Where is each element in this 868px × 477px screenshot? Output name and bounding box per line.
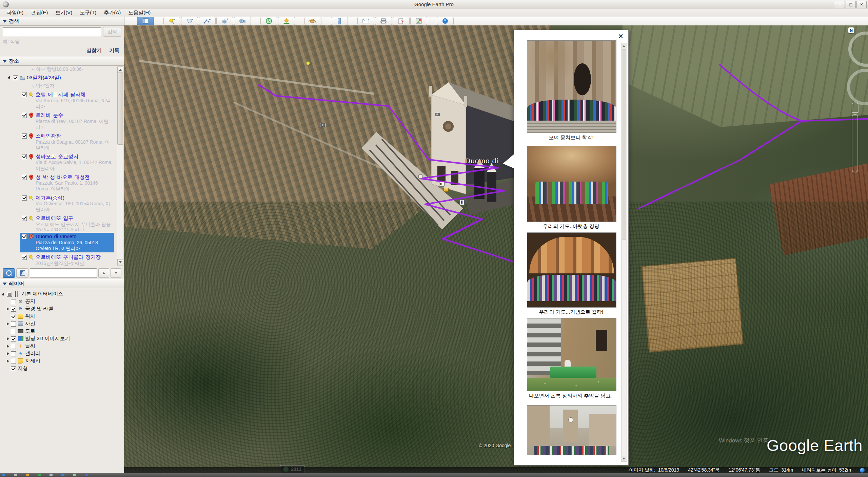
layer-checkbox[interactable] [11, 322, 16, 327]
layer-checkbox[interactable] [11, 314, 16, 319]
place-item[interactable]: 성 밖 성 바오로 대성전Piazzale San Paolo, 1, 0014… [20, 173, 114, 193]
search-input[interactable] [3, 27, 101, 36]
expand-right-icon[interactable] [7, 337, 9, 340]
layer-item[interactable]: ⚑ 국경 및 라벨 [7, 306, 124, 312]
scroll-up-icon[interactable] [117, 67, 123, 73]
popup-photo-green-bench[interactable] [527, 318, 616, 391]
layer-checkbox[interactable] [11, 329, 16, 334]
scrollbar-thumb[interactable] [117, 73, 123, 145]
menu-file[interactable]: 파일(F) [3, 9, 27, 17]
place-item[interactable]: 스페인광장Piazza di Spagna, 00187 Roma, 이탈리아 [20, 132, 114, 152]
places-folder-day3[interactable]: 03일차(4/23일) [7, 74, 100, 82]
place-checkbox[interactable] [22, 92, 27, 97]
expand-right-icon[interactable] [7, 307, 9, 311]
record-tour-button[interactable] [234, 17, 251, 25]
layers-root-checkbox[interactable] [7, 292, 12, 297]
expand-right-icon[interactable] [7, 359, 9, 363]
places-prev-button[interactable] [98, 268, 109, 278]
view-in-maps-button[interactable] [410, 17, 427, 25]
tree-expand-icon[interactable] [7, 76, 11, 80]
scroll-down-icon[interactable] [117, 259, 123, 265]
layers-tree[interactable]: 기본 데이터베이스 ✉ 공지 ⚑ 국경 및 라벨 위치 사진 [0, 288, 124, 372]
sidebar-toggle-button[interactable] [137, 17, 154, 25]
scroll-up-icon[interactable] [622, 44, 626, 48]
places-scrollbar[interactable] [117, 66, 123, 266]
windows-taskbar[interactable] [0, 473, 868, 477]
compass-north-badge[interactable]: N [848, 27, 854, 33]
place-item[interactable]: 오르비에또 입구 오르비에도 입구에서 푸니쿨라 탑승 2016년4월23일-셋… [20, 214, 114, 232]
layer-item[interactable]: 지형 [7, 365, 124, 372]
add-image-overlay-button[interactable]: + [216, 17, 233, 25]
layer-checkbox[interactable] [11, 351, 16, 356]
layers-panel-header[interactable]: 레이어 [0, 279, 124, 288]
photo-camera-icon[interactable] [320, 123, 326, 127]
history-link[interactable]: 기록 [109, 47, 119, 54]
directions-link[interactable]: 길찾기 [86, 47, 102, 54]
layer-checkbox[interactable] [11, 366, 16, 371]
places-search-button[interactable] [3, 268, 15, 278]
pegman-icon[interactable] [852, 103, 859, 113]
taskbar-icon[interactable] [26, 474, 29, 476]
search-button[interactable]: 검색 [103, 27, 121, 37]
menu-add[interactable]: 추가(A) [100, 9, 124, 17]
layer-item[interactable]: 빌딩 3D 이미지보기 [7, 335, 124, 342]
add-placemark-button[interactable]: + [163, 17, 180, 25]
taskbar-icon[interactable] [14, 474, 17, 476]
places-scrolled-item[interactable]: 지하묘 탐방10:00-10:36- [31, 66, 124, 72]
historical-imagery-button[interactable] [260, 17, 277, 25]
taskbar-icon[interactable] [61, 474, 64, 476]
minimize-button[interactable]: – [835, 1, 845, 8]
place-checkbox[interactable] [22, 133, 27, 139]
place-checkbox[interactable] [22, 234, 27, 239]
menu-tools[interactable]: 도구(T) [76, 9, 100, 17]
places-panel-header[interactable]: 장소 [0, 57, 124, 66]
place-item[interactable]: 호텔 에르지페 팔라체Via Aurelia, 619, 00165 Roma,… [20, 91, 114, 110]
search-panel-header[interactable]: 검색 [0, 17, 124, 26]
menu-view[interactable]: 보기(V) [52, 9, 76, 17]
place-checkbox[interactable] [22, 113, 27, 118]
museum-icon[interactable] [439, 182, 445, 187]
taskbar-icon[interactable] [38, 474, 41, 476]
photo-camera-icon[interactable] [435, 112, 440, 117]
map-3d-viewport[interactable]: Duomo di N © 2020 Google Windows 정품 인증 G… [124, 25, 868, 473]
popup-scrollbar[interactable] [621, 43, 627, 462]
layer-item[interactable]: 위치 [7, 313, 124, 319]
layer-item[interactable]: ✉ 공지 [7, 298, 124, 305]
landmark-icon[interactable] [443, 188, 449, 192]
scrollbar-thumb[interactable] [622, 49, 626, 240]
close-button[interactable]: ✕ [856, 1, 867, 8]
place-item-selected[interactable]: Duomo di OrvietoPiazza del Duomo, 26, 05… [20, 233, 114, 252]
layer-item[interactable]: 자세히 [7, 358, 124, 364]
menu-edit[interactable]: 편집(E) [27, 9, 51, 17]
zoom-slider[interactable] [852, 114, 858, 172]
add-polygon-button[interactable]: + [181, 17, 198, 25]
print-button[interactable] [375, 17, 392, 25]
layer-checkbox[interactable] [11, 299, 16, 304]
layer-checkbox[interactable] [11, 344, 16, 349]
tree-expand-icon[interactable] [1, 293, 5, 297]
popup-close-icon[interactable]: ✕ [618, 33, 624, 40]
layers-root[interactable]: 기본 데이터베이스 [2, 291, 124, 297]
layer-item[interactable]: ★ 갤러리 [7, 350, 124, 357]
layer-checkbox[interactable] [11, 336, 16, 341]
taskbar-icon[interactable] [85, 474, 88, 476]
scroll-down-icon[interactable] [622, 456, 626, 461]
place-checkbox[interactable] [22, 175, 27, 180]
place-item[interactable]: 오르비에또 푸니쿨라 정거장2016년4월23일-셋째날 [20, 253, 114, 267]
place-checkbox[interactable] [22, 216, 27, 221]
add-path-button[interactable]: + [199, 17, 216, 25]
menu-help[interactable]: 도움말(H) [125, 9, 154, 17]
folder-checkbox[interactable] [13, 75, 18, 80]
places-view-toggle-button[interactable] [16, 268, 28, 278]
layer-checkbox[interactable] [11, 359, 16, 364]
taskbar-icon[interactable] [2, 474, 5, 476]
popup-photo-chapel-interior[interactable] [527, 146, 616, 222]
place-item[interactable]: 제가든(중식)Via Ostiense, 180, 00154 Roma, 이탈… [20, 194, 114, 214]
expand-right-icon[interactable] [7, 345, 9, 348]
sunlight-button[interactable] [278, 17, 295, 25]
popup-photo-group-cathedral[interactable] [527, 40, 616, 133]
email-button[interactable] [357, 17, 374, 25]
place-item[interactable]: 성바오로 순교성지Via di Acque Salvie, 1, 00142 R… [20, 153, 114, 172]
places-next-button[interactable] [111, 268, 121, 278]
placemark-dot-icon[interactable] [306, 61, 310, 65]
